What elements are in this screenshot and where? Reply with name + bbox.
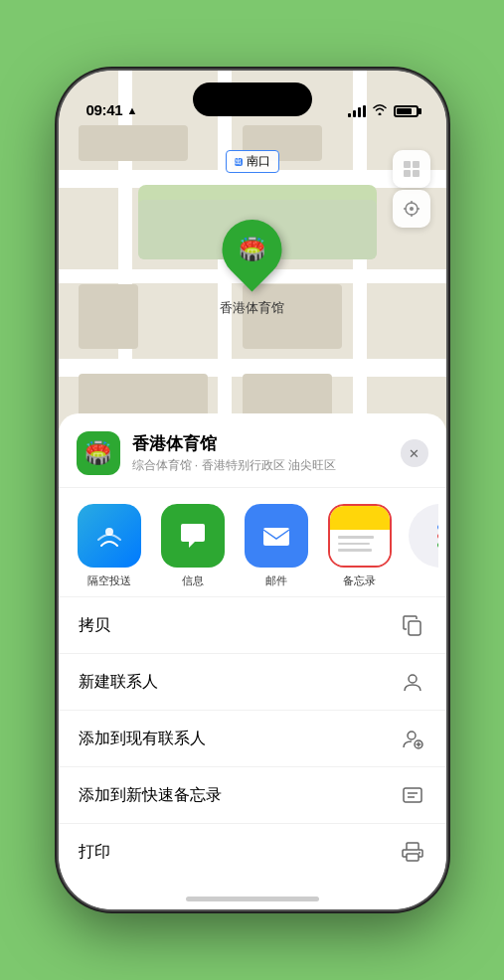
signal-bar-4: [363, 105, 366, 117]
quick-note-label: 添加到新快速备忘录: [79, 785, 222, 806]
airdrop-icon: [78, 504, 141, 568]
status-icons: [348, 103, 419, 118]
svg-rect-12: [409, 621, 420, 635]
svg-point-5: [410, 207, 414, 211]
notes-icon: [328, 504, 392, 568]
map-label: 出 南口: [226, 150, 279, 173]
share-item-mail[interactable]: 邮件: [242, 504, 311, 588]
venue-name: 香港体育馆: [132, 432, 401, 455]
more-icon: [409, 504, 438, 568]
location-button[interactable]: [393, 190, 430, 228]
action-row-add-contact[interactable]: 添加到现有联系人: [59, 710, 446, 766]
share-item-more[interactable]: [409, 504, 438, 568]
venue-icon: 🏟️: [77, 431, 120, 475]
print-label: 打印: [79, 842, 110, 863]
venue-pin[interactable]: 🏟️ 香港体育馆: [220, 220, 284, 317]
dynamic-island: [193, 82, 312, 116]
add-contact-icon: [399, 725, 426, 752]
phone-screen: 09:41 ▲: [59, 71, 446, 909]
copy-label: 拷贝: [79, 615, 110, 636]
share-item-notes[interactable]: 备忘录: [325, 504, 395, 588]
map-label-text: 南口: [247, 153, 270, 170]
print-icon: [399, 838, 426, 866]
share-item-airdrop[interactable]: 隔空投送: [75, 504, 144, 588]
map-label-icon: 出: [235, 158, 243, 166]
svg-rect-3: [413, 170, 420, 177]
airdrop-label: 隔空投送: [87, 573, 131, 588]
svg-rect-22: [407, 854, 419, 861]
wifi-icon: [372, 103, 388, 118]
close-button[interactable]: ✕: [401, 439, 428, 467]
signal-bars: [348, 105, 366, 117]
signal-bar-2: [353, 110, 356, 117]
location-icon: ▲: [126, 104, 137, 116]
share-row: 隔空投送 信息: [59, 488, 446, 596]
share-item-message[interactable]: 信息: [158, 504, 228, 588]
svg-rect-0: [404, 161, 411, 168]
home-indicator: [186, 897, 319, 901]
sheet-header: 🏟️ 香港体育馆 综合体育馆 · 香港特别行政区 油尖旺区 ✕: [59, 413, 446, 488]
new-contact-label: 新建联系人: [79, 672, 158, 693]
svg-point-14: [408, 732, 416, 739]
svg-rect-1: [413, 161, 420, 168]
quick-note-icon: [399, 781, 426, 809]
map-type-button[interactable]: [393, 150, 430, 188]
svg-rect-2: [404, 170, 411, 177]
message-icon: [161, 504, 225, 568]
phone-frame: 09:41 ▲: [59, 71, 446, 909]
notes-label: 备忘录: [343, 573, 376, 588]
mail-icon: [245, 504, 308, 568]
svg-point-13: [409, 675, 417, 683]
battery-fill: [397, 108, 412, 114]
action-row-new-contact[interactable]: 新建联系人: [59, 653, 446, 710]
signal-bar-1: [348, 113, 351, 117]
bottom-sheet: 🏟️ 香港体育馆 综合体育馆 · 香港特别行政区 油尖旺区 ✕: [59, 413, 446, 909]
new-contact-icon: [399, 668, 426, 696]
svg-rect-18: [404, 788, 421, 802]
message-label: 信息: [182, 573, 204, 588]
svg-rect-11: [263, 528, 289, 546]
action-row-print[interactable]: 打印: [59, 823, 446, 880]
status-time: 09:41: [86, 101, 123, 118]
map-controls: [393, 150, 430, 228]
copy-icon: [399, 611, 426, 639]
signal-bar-3: [358, 107, 361, 117]
add-contact-label: 添加到现有联系人: [79, 729, 206, 749]
pin-label: 香港体育馆: [220, 299, 284, 317]
svg-point-23: [419, 852, 420, 854]
venue-subtext: 综合体育馆 · 香港特别行政区 油尖旺区: [132, 457, 401, 474]
action-row-quick-note[interactable]: 添加到新快速备忘录: [59, 766, 446, 823]
venue-info: 香港体育馆 综合体育馆 · 香港特别行政区 油尖旺区: [132, 432, 401, 474]
action-row-copy[interactable]: 拷贝: [59, 596, 446, 653]
battery-icon: [394, 105, 419, 117]
mail-label: 邮件: [265, 573, 287, 588]
svg-rect-21: [407, 843, 419, 850]
